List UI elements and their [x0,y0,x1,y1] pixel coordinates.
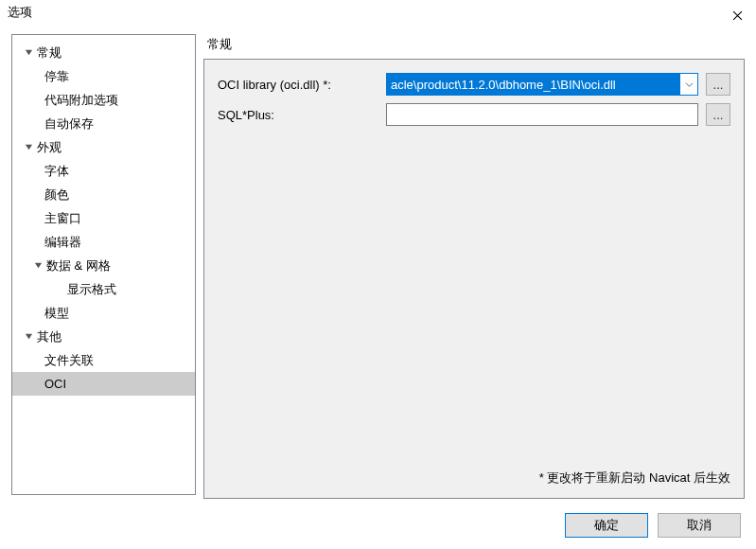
chevron-down-icon[interactable] [22,143,35,151]
dialog-footer: 确定 取消 [565,513,741,538]
oci-library-combo[interactable]: acle\product\11.2.0\dbhome_1\BIN\oci.dll [386,73,698,96]
tree-item-label: 代码附加选项 [44,92,118,109]
sqlplus-input[interactable] [386,103,698,126]
tree-item-oci[interactable]: OCI [12,372,195,396]
tree-item--[interactable]: 文件关联 [12,348,195,372]
row-sqlplus: SQL*Plus: ... [218,103,730,126]
oci-library-value: acle\product\11.2.0\dbhome_1\BIN\oci.dll [387,74,680,95]
tree-item-label: 其他 [37,328,62,345]
tree-item--[interactable]: 停靠 [12,64,195,88]
row-oci-library: OCI library (oci.dll) *: acle\product\11… [218,73,730,96]
tree-item--[interactable]: 代码附加选项 [12,88,195,112]
tree-item--[interactable]: 模型 [12,301,195,325]
close-icon [732,10,743,21]
section-title: 常规 [203,34,745,59]
tree-item--[interactable]: 颜色 [12,183,195,206]
cancel-button[interactable]: 取消 [658,513,741,538]
main-panel-wrap: 常规 OCI library (oci.dll) *: acle\product… [203,34,745,499]
settings-panel: OCI library (oci.dll) *: acle\product\11… [203,59,745,499]
tree-item--[interactable]: 数据 & 网格 [12,254,195,277]
tree-item-label: 常规 [37,44,62,62]
dialog-body: 常规停靠代码附加选项自动保存外观字体颜色主窗口编辑器数据 & 网格显示格式模型其… [0,27,756,499]
sqlplus-browse-button[interactable]: ... [706,103,730,126]
tree-item-label: 字体 [44,163,69,180]
chevron-down-icon[interactable] [22,332,35,341]
tree-item--[interactable]: 外观 [12,135,195,159]
options-tree[interactable]: 常规停靠代码附加选项自动保存外观字体颜色主窗口编辑器数据 & 网格显示格式模型其… [11,34,196,495]
chevron-down-icon[interactable] [680,80,697,89]
tree-item-label: 自动保存 [44,115,94,133]
tree-item--[interactable]: 显示格式 [12,277,195,301]
restart-note: * 更改将于重新启动 Navicat 后生效 [539,469,730,487]
window-title: 选项 [8,4,32,21]
oci-library-label: OCI library (oci.dll) *: [218,78,378,92]
tree-item-label: 文件关联 [44,352,94,369]
tree-item-label: 模型 [44,305,69,322]
tree-item--[interactable]: 常规 [12,41,195,64]
tree-item--[interactable]: 字体 [12,159,195,183]
tree-item-label: OCI [44,377,66,391]
tree-item-label: 数据 & 网格 [46,257,111,274]
ok-button[interactable]: 确定 [565,513,648,538]
close-button[interactable] [718,4,756,27]
tree-item--[interactable]: 主窗口 [12,206,195,230]
sqlplus-label: SQL*Plus: [218,108,378,122]
oci-browse-button[interactable]: ... [706,73,730,96]
tree-item-label: 外观 [37,139,62,156]
tree-item-label: 颜色 [44,186,69,204]
tree-item--[interactable]: 其他 [12,325,195,348]
tree-item-label: 主窗口 [44,210,81,227]
chevron-down-icon[interactable] [22,48,35,57]
tree-item-label: 显示格式 [67,281,116,298]
tree-item-label: 停靠 [44,68,69,85]
tree-item--[interactable]: 自动保存 [12,112,195,135]
titlebar: 选项 [0,0,756,27]
tree-item-label: 编辑器 [44,234,81,251]
chevron-down-icon[interactable] [31,261,44,270]
tree-item--[interactable]: 编辑器 [12,230,195,254]
